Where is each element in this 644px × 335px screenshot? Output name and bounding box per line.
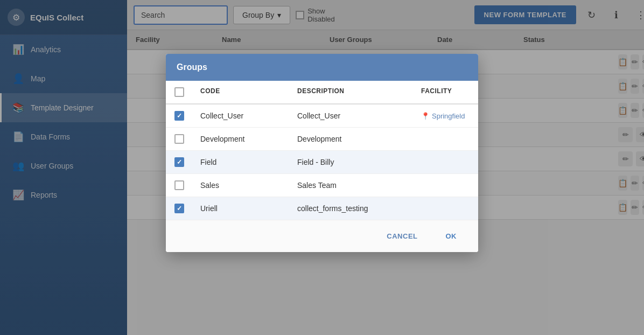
- desc-development: Development: [297, 135, 421, 143]
- select-all-checkbox[interactable]: [174, 87, 184, 97]
- modal-col-facility: FACILITY: [421, 87, 478, 97]
- modal-row-collect-user: Collect_User Collect_User 📍 Springfield: [166, 104, 478, 128]
- modal-col-description: DESCRIPTION: [297, 87, 421, 97]
- modal-body: CODE DESCRIPTION FACILITY Collect_User C…: [166, 81, 478, 220]
- modal-row-uriell: Uriell collect_forms_testing: [166, 197, 478, 220]
- modal-row-sales: Sales Sales Team: [166, 174, 478, 197]
- modal-footer: CANCEL OK: [166, 220, 478, 252]
- modal-col-checkbox: [174, 87, 200, 97]
- modal-overlay: Groups CODE DESCRIPTION FACILITY Collect…: [0, 0, 644, 335]
- code-field: Field: [200, 158, 297, 166]
- desc-uriell: collect_forms_testing: [297, 204, 421, 213]
- modal-row-development: Development Development: [166, 128, 478, 151]
- modal-col-code: CODE: [200, 87, 297, 97]
- checkbox-development[interactable]: [174, 134, 184, 144]
- facility-collect-user: 📍 Springfield: [421, 112, 478, 120]
- modal-row-field: Field Field - Billy: [166, 151, 478, 174]
- ok-button[interactable]: OK: [435, 228, 468, 245]
- checkbox-sales[interactable]: [174, 180, 184, 190]
- desc-field: Field - Billy: [297, 158, 421, 166]
- code-development: Development: [200, 135, 297, 143]
- checkbox-field[interactable]: [174, 157, 184, 167]
- checkbox-uriell[interactable]: [174, 204, 184, 213]
- modal-title: Groups: [177, 62, 207, 72]
- modal-table-header: CODE DESCRIPTION FACILITY: [166, 81, 478, 104]
- groups-modal: Groups CODE DESCRIPTION FACILITY Collect…: [166, 54, 478, 252]
- desc-sales: Sales Team: [297, 181, 421, 190]
- checkbox-collect-user[interactable]: [174, 111, 184, 121]
- code-sales: Sales: [200, 181, 297, 190]
- desc-collect-user: Collect_User: [297, 111, 421, 120]
- cancel-button[interactable]: CANCEL: [376, 228, 428, 245]
- modal-header: Groups: [166, 54, 478, 81]
- code-collect-user: Collect_User: [200, 111, 297, 120]
- code-uriell: Uriell: [200, 204, 297, 213]
- location-icon: 📍: [421, 112, 430, 120]
